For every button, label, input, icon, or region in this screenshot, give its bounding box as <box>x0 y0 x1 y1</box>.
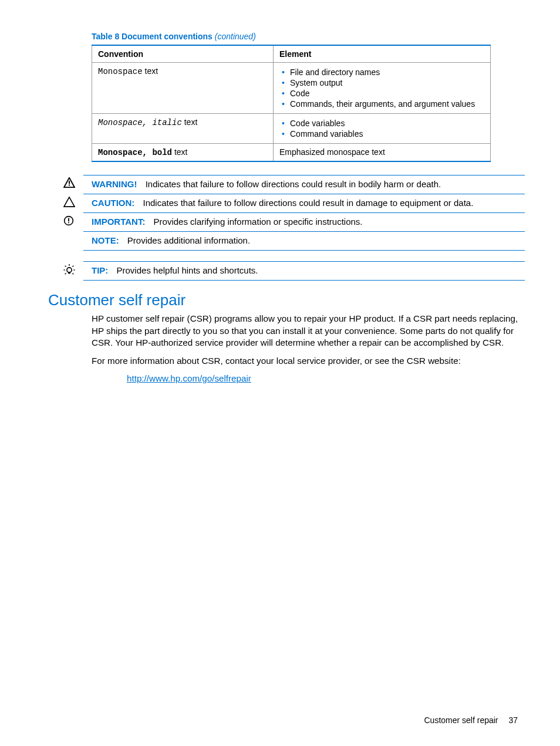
admon-note: NOTE: Provides additional information. <box>63 232 525 251</box>
convention-cell: Monospace, italic text <box>92 114 274 144</box>
admon-label: CAUTION: <box>92 198 134 208</box>
footer-text: Customer self repair <box>424 715 498 725</box>
table-header-row: Convention Element <box>92 45 491 63</box>
admon-text: Provides clarifying information or speci… <box>154 217 363 227</box>
admon-text: Provides additional information. <box>127 235 250 245</box>
body-content: HP customer self repair (CSR) programs a… <box>92 313 519 385</box>
conv-suffix: text <box>143 66 158 76</box>
admon-label: NOTE: <box>92 235 119 245</box>
col-convention: Convention <box>92 45 274 63</box>
svg-rect-4 <box>68 222 69 223</box>
csr-link[interactable]: http://www.hp.com/go/selfrepair <box>127 373 251 385</box>
table-row: Monospace, bold text Emphasized monospac… <box>92 144 491 162</box>
conv-suffix: text <box>182 117 197 127</box>
table-title-cont: (continued) <box>215 32 256 41</box>
svg-rect-6 <box>68 272 70 274</box>
element-cell: File and directory names System output C… <box>274 63 491 114</box>
col-element: Element <box>274 45 491 63</box>
element-cell: Code variables Command variables <box>274 114 491 144</box>
svg-line-10 <box>65 266 66 267</box>
admon-important: IMPORTANT: Provides clarifying informati… <box>63 213 525 232</box>
section-heading: Customer self repair <box>48 291 525 309</box>
caution-icon <box>63 194 83 207</box>
paragraph: HP customer self repair (CSR) programs a… <box>92 313 519 349</box>
table-caption: Table 8 Document conventions (continued) <box>92 32 525 41</box>
mono-italic-text: Monospace, italic <box>98 118 182 127</box>
element-cell: Emphasized monospace text <box>274 144 491 162</box>
admon-text: Provides helpful hints and shortcuts. <box>117 265 258 275</box>
list-item: Code variables <box>290 119 484 128</box>
list-item: Command variables <box>290 129 484 139</box>
svg-rect-1 <box>69 185 70 186</box>
table-title-main: Table 8 Document conventions <box>92 32 212 41</box>
svg-rect-0 <box>69 181 70 184</box>
admon-text: Indicates that failure to follow directi… <box>143 198 474 208</box>
svg-line-11 <box>72 266 73 267</box>
conv-suffix: text <box>172 147 187 157</box>
convention-cell: Monospace text <box>92 63 274 114</box>
admon-caution: CAUTION: Indicates that failure to follo… <box>63 194 525 213</box>
page-number: 37 <box>508 715 518 725</box>
list-item: System output <box>290 78 484 87</box>
list-item: Code <box>290 89 484 98</box>
list-item: Commands, their arguments, and argument … <box>290 99 484 109</box>
tip-icon <box>63 261 83 276</box>
important-icon <box>63 213 83 226</box>
mono-text: Monospace <box>98 67 143 76</box>
list-item: File and directory names <box>290 67 484 77</box>
warning-icon <box>63 175 83 188</box>
admon-tip: TIP: Provides helpful hints and shortcut… <box>63 261 525 281</box>
admon-label: WARNING! <box>92 179 137 189</box>
paragraph: For more information about CSR, contact … <box>92 355 519 367</box>
svg-point-5 <box>67 268 72 272</box>
admon-warning: WARNING! Indicates that failure to follo… <box>63 175 525 194</box>
mono-bold-text: Monospace, bold <box>98 148 172 157</box>
svg-line-12 <box>65 273 66 274</box>
note-icon <box>63 232 83 234</box>
svg-rect-3 <box>68 218 69 222</box>
convention-cell: Monospace, bold text <box>92 144 274 162</box>
admon-text: Indicates that failure to follow directi… <box>146 179 441 189</box>
admon-label: IMPORTANT: <box>92 217 145 227</box>
page-footer: Customer self repair 37 <box>424 715 518 725</box>
table-row: Monospace, italic text Code variables Co… <box>92 114 491 144</box>
table-row: Monospace text File and directory names … <box>92 63 491 114</box>
conventions-table: Convention Element Monospace text File a… <box>92 45 491 162</box>
admon-label: TIP: <box>92 265 108 275</box>
svg-line-13 <box>72 273 73 274</box>
